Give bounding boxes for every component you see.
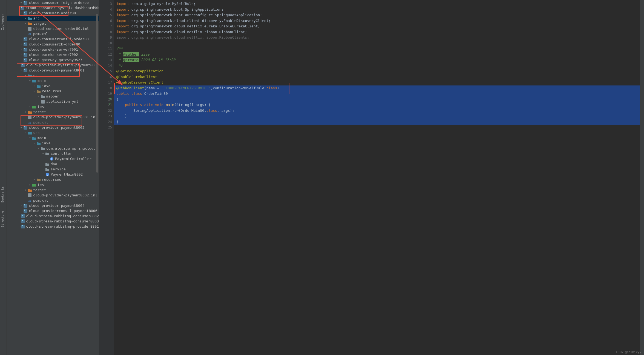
tree-item[interactable]: cloud-provider-payment8002.iml: [7, 193, 99, 198]
tree-item[interactable]: service: [7, 167, 99, 172]
tree-scrollbar[interactable]: [96, 0, 99, 355]
code-line[interactable]: import org.springframework.cloud.netflix…: [114, 35, 640, 41]
tree-item[interactable]: cloud-eureka-server7002: [7, 52, 99, 57]
tree-item[interactable]: java: [7, 141, 99, 146]
code-line[interactable]: }: [114, 113, 640, 119]
tree-item[interactable]: test: [7, 104, 99, 109]
code-line[interactable]: import org.springframework.cloud.netflix…: [114, 24, 640, 29]
tree-item[interactable]: cloud-consumerconsul-order80: [7, 36, 99, 42]
tree-item[interactable]: cloud-provider-payment8001: [7, 68, 99, 73]
tree-item[interactable]: CPaymentMain8002: [7, 172, 99, 177]
expand-arrow-icon[interactable]: [19, 214, 21, 217]
code-line[interactable]: import org.springframework.boot.autoconf…: [114, 12, 640, 18]
expand-arrow-icon[interactable]: [23, 22, 28, 25]
tree-item[interactable]: cloud-provider-payment8004: [7, 203, 99, 208]
expand-arrow-icon[interactable]: [23, 131, 28, 134]
expand-arrow-icon[interactable]: [23, 74, 28, 77]
expand-arrow-icon[interactable]: [19, 58, 23, 61]
expand-arrow-icon[interactable]: [41, 152, 45, 155]
expand-arrow-icon[interactable]: [19, 220, 21, 223]
run-gutter-icon[interactable]: ▶: [110, 102, 111, 105]
expand-arrow-icon[interactable]: [19, 12, 23, 15]
structure-tab[interactable]: Structure: [1, 211, 4, 227]
code-editor[interactable]: 345678910111213141516171819202122232425 …: [99, 0, 640, 355]
code-line[interactable]: @RibbonClient(name = "CLOUD-PAYMENT-SERV…: [114, 85, 640, 91]
expand-arrow-icon[interactable]: [19, 209, 23, 212]
tree-item[interactable]: cloud-gateway-gateway9527: [7, 57, 99, 62]
expand-arrow-icon[interactable]: [32, 84, 36, 87]
run-gutter-icon[interactable]: ▶: [110, 97, 111, 100]
expand-arrow-icon[interactable]: [19, 1, 23, 4]
expand-arrow-icon[interactable]: [19, 48, 23, 51]
tree-item[interactable]: target: [7, 109, 99, 114]
code-line[interactable]: public static void main(String[] args) {: [114, 102, 640, 108]
tree-item[interactable]: src: [7, 16, 99, 21]
tree-item[interactable]: resources: [7, 88, 99, 94]
tree-item[interactable]: CPaymentController: [7, 156, 99, 161]
tree-item[interactable]: cloud-stream-rabbitmq-consumer8802: [7, 213, 99, 219]
expand-arrow-icon[interactable]: [19, 69, 23, 72]
tree-item[interactable]: test: [7, 182, 99, 187]
tree-item[interactable]: main: [7, 135, 99, 141]
zookeeper-tab[interactable]: ZooKeeper: [1, 14, 4, 30]
tree-item[interactable]: target: [7, 187, 99, 193]
code-line[interactable]: }: [114, 119, 640, 125]
expand-arrow-icon[interactable]: [28, 105, 32, 108]
code-line[interactable]: SpringApplication.run(OrderMain80.class,…: [114, 108, 640, 114]
expand-arrow-icon[interactable]: [19, 126, 23, 129]
expand-arrow-icon[interactable]: [28, 79, 32, 82]
expand-arrow-icon[interactable]: [19, 64, 21, 67]
tree-item[interactable]: src: [7, 73, 99, 78]
expand-arrow-icon[interactable]: [32, 178, 36, 181]
expand-arrow-icon[interactable]: [32, 142, 36, 145]
tree-item[interactable]: cloud-consumer-order80.iml: [7, 26, 99, 31]
code-area[interactable]: import com.atguigu.myrule.MySelfRule;imp…: [114, 0, 640, 355]
code-line[interactable]: {: [114, 97, 640, 102]
tree-item[interactable]: cloud-consumer-feign-orderob: [7, 0, 99, 5]
code-line[interactable]: /**: [114, 46, 640, 52]
code-line[interactable]: [114, 125, 640, 130]
tree-item[interactable]: java: [7, 83, 99, 88]
code-line[interactable]: import org.springframework.boot.SpringAp…: [114, 7, 640, 13]
expand-arrow-icon[interactable]: [23, 110, 28, 113]
tree-item[interactable]: mpom.xml: [7, 120, 99, 125]
expand-arrow-icon[interactable]: [28, 183, 32, 186]
expand-arrow-icon[interactable]: [28, 136, 32, 139]
code-line[interactable]: import org.springframework.cloud.client.…: [114, 18, 640, 24]
tree-item[interactable]: cloud-stream-rabbitmq-provider8801: [7, 224, 99, 229]
project-tree-panel[interactable]: cloud-consumer-feign-orderobcloud-consum…: [7, 0, 99, 355]
tree-item[interactable]: cloud-providerconsul-payment8006: [7, 208, 99, 213]
expand-arrow-icon[interactable]: [23, 188, 28, 191]
tree-item[interactable]: cloud-provider-payment8002: [7, 125, 99, 130]
tree-item[interactable]: application.yml: [7, 99, 99, 104]
tree-item[interactable]: cloud-consumer-hystrix-dashboard9001: [7, 5, 99, 10]
tree-item[interactable]: dao: [7, 161, 99, 167]
tree-item[interactable]: cloud-provider-payment8001.iml: [7, 114, 99, 120]
code-line[interactable]: @EnableEurekaClient: [114, 74, 640, 80]
tree-item[interactable]: resources: [7, 177, 99, 182]
tree-item[interactable]: main: [7, 78, 99, 83]
code-line[interactable]: [114, 41, 640, 46]
expand-arrow-icon[interactable]: [36, 95, 41, 98]
code-line[interactable]: * @create 2020-02-18 17:20: [114, 57, 640, 63]
expand-arrow-icon[interactable]: [36, 147, 41, 150]
expand-arrow-icon[interactable]: [19, 53, 23, 56]
tree-item[interactable]: cloud-eureka-server7001: [7, 47, 99, 52]
expand-arrow-icon[interactable]: [19, 38, 23, 41]
tree-item[interactable]: cloud-stream-rabbitmq-consumer8803: [7, 219, 99, 224]
tree-item[interactable]: cloud-consumerzk-order80: [7, 42, 99, 47]
tree-item[interactable]: target: [7, 21, 99, 26]
expand-arrow-icon[interactable]: [19, 225, 21, 228]
bookmarks-tab[interactable]: Bookmarks: [1, 186, 4, 203]
expand-arrow-icon[interactable]: [32, 90, 36, 93]
tree-item[interactable]: src: [7, 130, 99, 135]
code-line[interactable]: @EnableDiscoveryClient: [114, 80, 640, 85]
code-line[interactable]: import org.springframework.cloud.netflix…: [114, 29, 640, 35]
expand-arrow-icon[interactable]: [41, 168, 45, 171]
tree-item[interactable]: mpom.xml: [7, 198, 99, 203]
code-line[interactable]: */: [114, 63, 640, 69]
code-line[interactable]: * @auther zzyy: [114, 52, 640, 58]
tree-item[interactable]: mpom.xml: [7, 31, 99, 36]
tree-item[interactable]: controller: [7, 151, 99, 156]
tree-item[interactable]: cloud-provider-hystrix-payment8001: [7, 62, 99, 68]
